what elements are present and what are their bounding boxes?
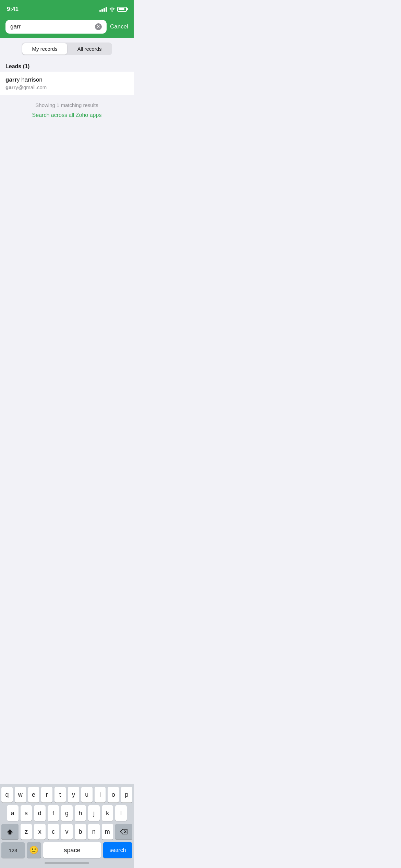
status-icons [99, 7, 127, 12]
results-area: Leads (1) garry harrison garry@gmail.com… [0, 60, 134, 125]
status-time: 9:41 [7, 6, 19, 13]
search-bar: garr Cancel [0, 17, 134, 38]
result-email: garry@gmail.com [5, 84, 128, 90]
search-across-link[interactable]: Search across all Zoho apps [0, 111, 134, 125]
result-item[interactable]: garry harrison garry@gmail.com [0, 72, 134, 95]
result-email-bold: garr [5, 84, 15, 90]
svg-point-0 [112, 11, 113, 12]
search-input-container[interactable]: garr [5, 20, 107, 34]
segment-all-records[interactable]: All records [68, 43, 111, 55]
segment-wrapper: My records All records [22, 43, 112, 55]
section-header: Leads (1) [0, 60, 134, 72]
wifi-icon [109, 7, 115, 12]
result-name: garry harrison [5, 76, 128, 83]
search-input[interactable]: garr [10, 23, 21, 30]
cancel-button[interactable]: Cancel [110, 22, 128, 32]
search-clear-button[interactable] [95, 23, 102, 30]
result-name-bold: garr [5, 76, 17, 83]
battery-icon [117, 7, 127, 12]
showing-text: Showing 1 matching results [0, 95, 134, 111]
segment-control: My records All records [0, 38, 134, 60]
result-email-rest: y@gmail.com [15, 84, 47, 90]
segment-my-records[interactable]: My records [22, 43, 67, 55]
signal-icon [99, 7, 107, 12]
result-name-rest: y harrison [17, 76, 42, 83]
status-bar: 9:41 [0, 0, 134, 17]
